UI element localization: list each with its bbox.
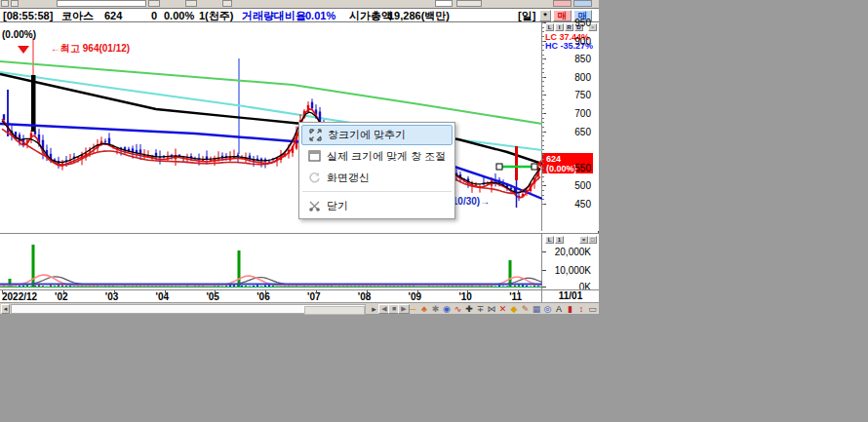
volume-pane-button-1[interactable]: 1 [555,236,564,244]
price-minor-tick [542,31,544,32]
refresh-icon [301,172,327,184]
volume-pane-minimize-icon[interactable]: × [579,236,588,244]
delete-drawing-icon[interactable]: ✕ [497,303,508,315]
chart-bottom-toolbar: ◂ ▸◀■▶─♣✱◉∿✚∓⋈✕◆✎▦◎A▮↕▭ [0,302,599,314]
price-tick-450: 450 [574,199,591,210]
volume-chart-pane[interactable] [0,233,542,289]
price-minor-tick [542,72,544,73]
chart-settings-button[interactable]: * [539,10,551,21]
price-minor-tick [542,122,544,123]
buy-button[interactable]: 매수 [553,10,572,21]
clipped-button [1,0,9,7]
stock-change: 0 [151,10,157,21]
price-minor-tick [542,81,544,82]
trendline-tool-icon[interactable]: ─ [408,303,418,315]
price-minor-tick [542,145,544,146]
price-minor-tick [542,77,544,78]
price-minor-tick [542,149,544,150]
stock-price: 624 [104,10,122,21]
price-minor-tick [542,99,544,100]
stock-change-pct: 0.00% [164,10,194,21]
highlighter-tool-icon[interactable]: ✎ [520,303,531,315]
price-minor-tick [542,108,544,109]
text-tool-icon[interactable]: A [554,303,565,315]
pane-button-r[interactable]: R [565,23,573,31]
date-tick [114,290,115,293]
context-menu-item-2[interactable]: 화면갱신 [301,167,453,188]
scrollbar-thumb[interactable] [304,306,365,315]
price-minor-tick [542,190,544,191]
price-minor-tick [542,22,544,23]
price-tick-700: 700 [574,108,591,119]
price-minor-tick [542,159,544,160]
stock-name: 코아스 [61,10,94,21]
pencil-tool-icon[interactable]: ◆ [509,303,520,315]
bar-style-icon[interactable]: ▮ [565,303,575,315]
fibonacci-tool-icon[interactable]: ∓ [475,303,486,315]
clipped-button [185,0,197,7]
price-minor-tick [542,135,544,136]
price-minor-tick [542,176,544,177]
context-menu-item-label: 화면갱신 [327,171,370,185]
period-label[interactable]: [일] [518,10,535,21]
price-minor-tick [542,27,544,28]
price-minor-tick [542,168,544,169]
date-tick [63,290,64,293]
anchor-tool-icon[interactable]: ♣ [419,303,430,315]
context-menu-separator [302,191,452,192]
clock: [08:55:58] [3,10,53,21]
volume-axis: L1 □× 20,000K10,000K0K [542,233,599,289]
wave-pattern-icon[interactable]: ∿ [453,303,463,315]
market-cap-value: 19,286(백만) [388,10,450,21]
scroll-left-button[interactable]: ◂ [1,304,10,314]
clipped-button [222,0,232,7]
price-minor-tick [542,91,544,92]
crosshair-tool-icon[interactable]: ✚ [464,303,475,315]
context-menu: 창크기에 맞추기실제 크기에 맞게 창 조절화면갱신닫기 [298,122,455,219]
updown-arrows-icon[interactable]: ↕ [576,303,587,315]
zoom-tool-icon[interactable]: ◎ [542,303,553,315]
settings-gear-icon[interactable]: ✱ [430,303,441,315]
price-tick-800: 800 [574,72,591,83]
desktop: { "infobar": { "timestamp": "[08:55:58]"… [0,0,868,422]
date-label-7: '08 [358,291,372,302]
date-label-6: '07 [307,291,321,302]
context-menu-item-1[interactable]: 실제 크기에 맞게 창 조절 [301,145,453,167]
price-minor-tick [542,181,544,182]
price-minor-tick [542,127,544,128]
context-menu-item-0[interactable]: 창크기에 맞추기 [301,125,453,145]
volume-tick-mark [542,270,546,271]
price-tick-650: 650 [574,127,591,137]
price-tick-950: 950 [574,18,591,28]
price-minor-tick [542,104,544,105]
date-tick [417,290,418,293]
price-minor-tick [542,63,544,64]
price-minor-tick [542,86,544,87]
selection-rect-icon[interactable]: ▭ [587,303,598,315]
price-minor-tick [542,163,544,164]
last-date-cell: 11/01 [542,289,599,302]
channel-tool-icon[interactable]: ⋈ [487,303,497,315]
clipped-button [148,0,160,7]
volume-pane-button-l[interactable]: L [545,236,554,244]
context-menu-item-3[interactable]: 닫기 [301,195,453,216]
date-axis: 2022/12'02'03'04'05'06'07'08'09'10'11 [0,289,542,302]
price-minor-tick [542,199,544,200]
price-minor-tick [542,55,544,56]
pane-button-i[interactable]: I [555,23,564,31]
clipped-toolbar-strip [0,0,599,8]
date-label-1: '02 [55,291,68,302]
pane-button-l[interactable]: L [545,23,554,31]
chart-scrollbar[interactable] [11,304,366,314]
clipped-button [456,0,482,7]
price-tick-750: 750 [574,90,591,100]
grid-window-icon[interactable]: ▦ [532,303,542,315]
price-tick-500: 500 [574,180,591,191]
volume-pane-close-icon[interactable]: □ [588,236,597,244]
date-label-4: '05 [206,291,219,302]
price-tick-550: 550 [574,163,591,173]
clipped-button [11,0,19,7]
context-menu-item-label: 창크기에 맞추기 [328,128,406,142]
date-tick [215,290,216,293]
analyst-search-icon[interactable]: ◉ [442,303,453,315]
